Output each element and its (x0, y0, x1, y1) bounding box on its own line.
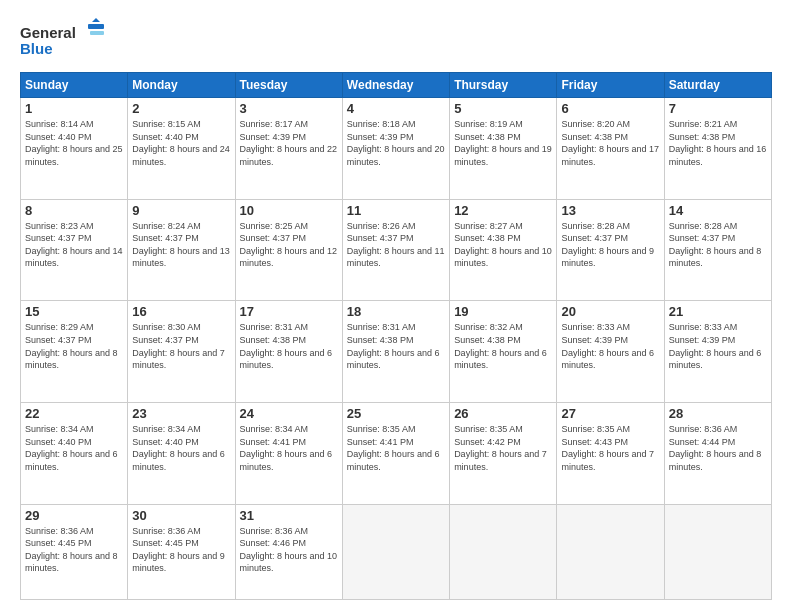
day-info: Sunrise: 8:35 AMSunset: 4:43 PMDaylight:… (561, 423, 659, 473)
svg-rect-4 (90, 31, 104, 35)
day-info: Sunrise: 8:18 AMSunset: 4:39 PMDaylight:… (347, 118, 445, 168)
calendar-cell: 18 Sunrise: 8:31 AMSunset: 4:38 PMDaylig… (342, 301, 449, 403)
day-number: 5 (454, 101, 552, 116)
calendar-cell: 28 Sunrise: 8:36 AMSunset: 4:44 PMDaylig… (664, 402, 771, 504)
day-number: 22 (25, 406, 123, 421)
calendar-cell: 29 Sunrise: 8:36 AMSunset: 4:45 PMDaylig… (21, 504, 128, 599)
day-info: Sunrise: 8:23 AMSunset: 4:37 PMDaylight:… (25, 220, 123, 270)
calendar-cell: 17 Sunrise: 8:31 AMSunset: 4:38 PMDaylig… (235, 301, 342, 403)
calendar-table: SundayMondayTuesdayWednesdayThursdayFrid… (20, 72, 772, 600)
day-info: Sunrise: 8:27 AMSunset: 4:38 PMDaylight:… (454, 220, 552, 270)
calendar-cell: 1 Sunrise: 8:14 AMSunset: 4:40 PMDayligh… (21, 98, 128, 200)
day-info: Sunrise: 8:36 AMSunset: 4:44 PMDaylight:… (669, 423, 767, 473)
day-number: 19 (454, 304, 552, 319)
calendar-cell: 8 Sunrise: 8:23 AMSunset: 4:37 PMDayligh… (21, 199, 128, 301)
day-number: 31 (240, 508, 338, 523)
logo-svg: General Blue (20, 18, 110, 62)
calendar-cell: 24 Sunrise: 8:34 AMSunset: 4:41 PMDaylig… (235, 402, 342, 504)
day-info: Sunrise: 8:34 AMSunset: 4:41 PMDaylight:… (240, 423, 338, 473)
day-info: Sunrise: 8:25 AMSunset: 4:37 PMDaylight:… (240, 220, 338, 270)
day-info: Sunrise: 8:21 AMSunset: 4:38 PMDaylight:… (669, 118, 767, 168)
day-number: 16 (132, 304, 230, 319)
day-number: 29 (25, 508, 123, 523)
day-info: Sunrise: 8:33 AMSunset: 4:39 PMDaylight:… (561, 321, 659, 371)
day-number: 7 (669, 101, 767, 116)
day-info: Sunrise: 8:35 AMSunset: 4:42 PMDaylight:… (454, 423, 552, 473)
calendar-cell: 21 Sunrise: 8:33 AMSunset: 4:39 PMDaylig… (664, 301, 771, 403)
header: General Blue (20, 18, 772, 62)
day-info: Sunrise: 8:29 AMSunset: 4:37 PMDaylight:… (25, 321, 123, 371)
day-info: Sunrise: 8:14 AMSunset: 4:40 PMDaylight:… (25, 118, 123, 168)
day-number: 15 (25, 304, 123, 319)
day-number: 12 (454, 203, 552, 218)
day-info: Sunrise: 8:17 AMSunset: 4:39 PMDaylight:… (240, 118, 338, 168)
calendar-week-4: 22 Sunrise: 8:34 AMSunset: 4:40 PMDaylig… (21, 402, 772, 504)
day-number: 30 (132, 508, 230, 523)
day-info: Sunrise: 8:31 AMSunset: 4:38 PMDaylight:… (240, 321, 338, 371)
weekday-header-wednesday: Wednesday (342, 73, 449, 98)
calendar-cell: 27 Sunrise: 8:35 AMSunset: 4:43 PMDaylig… (557, 402, 664, 504)
calendar-cell: 9 Sunrise: 8:24 AMSunset: 4:37 PMDayligh… (128, 199, 235, 301)
calendar-cell: 2 Sunrise: 8:15 AMSunset: 4:40 PMDayligh… (128, 98, 235, 200)
calendar-body: 1 Sunrise: 8:14 AMSunset: 4:40 PMDayligh… (21, 98, 772, 600)
calendar-cell: 12 Sunrise: 8:27 AMSunset: 4:38 PMDaylig… (450, 199, 557, 301)
calendar-cell (557, 504, 664, 599)
day-number: 20 (561, 304, 659, 319)
day-number: 3 (240, 101, 338, 116)
weekday-header-thursday: Thursday (450, 73, 557, 98)
calendar-cell: 7 Sunrise: 8:21 AMSunset: 4:38 PMDayligh… (664, 98, 771, 200)
calendar-week-5: 29 Sunrise: 8:36 AMSunset: 4:45 PMDaylig… (21, 504, 772, 599)
day-info: Sunrise: 8:30 AMSunset: 4:37 PMDaylight:… (132, 321, 230, 371)
calendar-cell: 23 Sunrise: 8:34 AMSunset: 4:40 PMDaylig… (128, 402, 235, 504)
day-number: 14 (669, 203, 767, 218)
calendar-cell (450, 504, 557, 599)
calendar-cell: 15 Sunrise: 8:29 AMSunset: 4:37 PMDaylig… (21, 301, 128, 403)
day-info: Sunrise: 8:26 AMSunset: 4:37 PMDaylight:… (347, 220, 445, 270)
calendar-cell: 26 Sunrise: 8:35 AMSunset: 4:42 PMDaylig… (450, 402, 557, 504)
day-info: Sunrise: 8:28 AMSunset: 4:37 PMDaylight:… (561, 220, 659, 270)
weekday-header-friday: Friday (557, 73, 664, 98)
weekday-header-sunday: Sunday (21, 73, 128, 98)
calendar-cell: 20 Sunrise: 8:33 AMSunset: 4:39 PMDaylig… (557, 301, 664, 403)
calendar-cell (664, 504, 771, 599)
day-number: 2 (132, 101, 230, 116)
calendar-cell: 22 Sunrise: 8:34 AMSunset: 4:40 PMDaylig… (21, 402, 128, 504)
day-info: Sunrise: 8:24 AMSunset: 4:37 PMDaylight:… (132, 220, 230, 270)
calendar-cell: 10 Sunrise: 8:25 AMSunset: 4:37 PMDaylig… (235, 199, 342, 301)
day-number: 21 (669, 304, 767, 319)
calendar-cell: 11 Sunrise: 8:26 AMSunset: 4:37 PMDaylig… (342, 199, 449, 301)
calendar-cell: 4 Sunrise: 8:18 AMSunset: 4:39 PMDayligh… (342, 98, 449, 200)
day-info: Sunrise: 8:36 AMSunset: 4:45 PMDaylight:… (132, 525, 230, 575)
day-info: Sunrise: 8:15 AMSunset: 4:40 PMDaylight:… (132, 118, 230, 168)
calendar-cell: 13 Sunrise: 8:28 AMSunset: 4:37 PMDaylig… (557, 199, 664, 301)
page: General Blue SundayMondayTuesdayWednesda… (0, 0, 792, 612)
calendar-cell: 30 Sunrise: 8:36 AMSunset: 4:45 PMDaylig… (128, 504, 235, 599)
day-info: Sunrise: 8:31 AMSunset: 4:38 PMDaylight:… (347, 321, 445, 371)
day-number: 23 (132, 406, 230, 421)
day-info: Sunrise: 8:35 AMSunset: 4:41 PMDaylight:… (347, 423, 445, 473)
svg-rect-3 (88, 24, 104, 29)
calendar-cell: 14 Sunrise: 8:28 AMSunset: 4:37 PMDaylig… (664, 199, 771, 301)
calendar-cell: 3 Sunrise: 8:17 AMSunset: 4:39 PMDayligh… (235, 98, 342, 200)
day-number: 13 (561, 203, 659, 218)
day-number: 27 (561, 406, 659, 421)
day-info: Sunrise: 8:32 AMSunset: 4:38 PMDaylight:… (454, 321, 552, 371)
calendar-cell: 16 Sunrise: 8:30 AMSunset: 4:37 PMDaylig… (128, 301, 235, 403)
day-info: Sunrise: 8:28 AMSunset: 4:37 PMDaylight:… (669, 220, 767, 270)
day-number: 28 (669, 406, 767, 421)
calendar-cell: 31 Sunrise: 8:36 AMSunset: 4:46 PMDaylig… (235, 504, 342, 599)
logo: General Blue (20, 18, 110, 62)
day-number: 6 (561, 101, 659, 116)
day-info: Sunrise: 8:34 AMSunset: 4:40 PMDaylight:… (132, 423, 230, 473)
day-number: 26 (454, 406, 552, 421)
day-number: 18 (347, 304, 445, 319)
day-number: 17 (240, 304, 338, 319)
calendar-cell: 25 Sunrise: 8:35 AMSunset: 4:41 PMDaylig… (342, 402, 449, 504)
day-info: Sunrise: 8:19 AMSunset: 4:38 PMDaylight:… (454, 118, 552, 168)
day-number: 9 (132, 203, 230, 218)
day-info: Sunrise: 8:36 AMSunset: 4:46 PMDaylight:… (240, 525, 338, 575)
day-number: 11 (347, 203, 445, 218)
day-info: Sunrise: 8:33 AMSunset: 4:39 PMDaylight:… (669, 321, 767, 371)
svg-text:Blue: Blue (20, 40, 53, 57)
day-number: 4 (347, 101, 445, 116)
